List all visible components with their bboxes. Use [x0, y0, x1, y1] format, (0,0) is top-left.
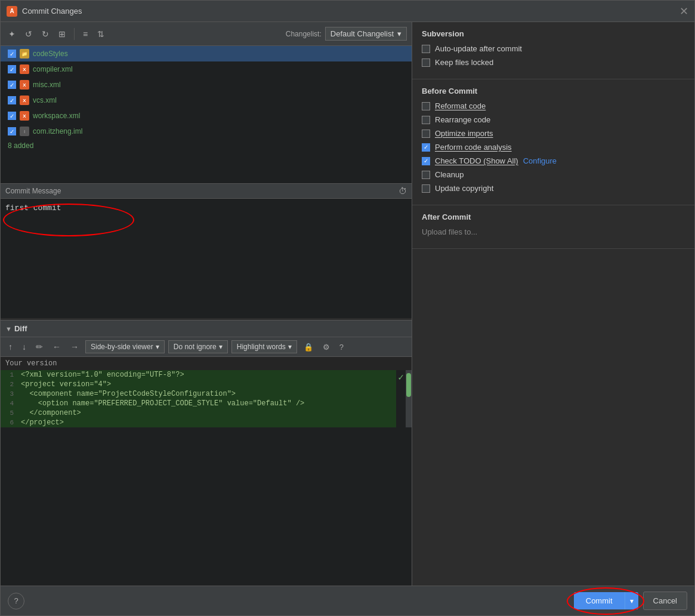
list-item[interactable]: X compiler.xml — [1, 61, 412, 77]
list-item[interactable]: X workspace.xml — [1, 108, 412, 124]
file-checkbox-5[interactable] — [8, 127, 16, 135]
highlight-dropdown[interactable]: Highlight words ▾ — [231, 340, 297, 353]
commit-button-group: Commit ▾ — [574, 592, 638, 609]
file-checkbox-0[interactable] — [8, 50, 16, 58]
changelist-value: Default Changelist — [330, 29, 394, 38]
perform-code-analysis-checkbox[interactable] — [422, 143, 430, 152]
commit-message-section: Commit Message ⏱ first commit — [1, 183, 412, 320]
keep-files-locked-checkbox[interactable] — [422, 58, 430, 67]
added-count-label: 8 added — [1, 139, 412, 152]
code-line: 1 <?xml version="1.0" encoding="UTF-8"?> — [1, 370, 396, 380]
help-diff-btn[interactable]: ? — [336, 341, 347, 353]
forward-btn[interactable]: → — [67, 340, 82, 353]
before-commit-section: Before Commit Reformat code Rearrange co… — [412, 79, 694, 205]
viewer-dropdown[interactable]: Side-by-side viewer ▾ — [85, 340, 165, 353]
commit-button[interactable]: Commit — [574, 592, 625, 609]
highlight-label: Highlight words — [237, 343, 286, 351]
line-content-4: <option name="PREFERRED_PROJECT_CODE_STY… — [18, 399, 304, 408]
settings-icon-btn[interactable]: ⚙ — [320, 341, 333, 353]
code-line: 4 <option name="PREFERRED_PROJECT_CODE_S… — [1, 399, 396, 408]
rearrange-code-row: Rearrange code — [422, 115, 685, 124]
check-todo-checkbox[interactable] — [422, 157, 430, 165]
reformat-code-row: Reformat code — [422, 101, 685, 110]
commit-message-header: Commit Message ⏱ — [1, 184, 412, 199]
diff-check-icon: ✓ — [398, 371, 404, 383]
scroll-down-btn[interactable]: ↓ — [19, 340, 29, 353]
line-content-5: </component> — [18, 409, 81, 417]
list-item[interactable]: X vcs.xml — [1, 93, 412, 108]
commit-btn-wrapper: Commit ▾ — [574, 592, 638, 609]
line-num-3: 3 — [1, 390, 18, 398]
edit-btn[interactable]: ✏ — [33, 340, 46, 353]
group-button[interactable]: ⊞ — [55, 27, 69, 41]
lock-icon-btn[interactable]: 🔒 — [301, 341, 316, 353]
cleanup-label: Cleanup — [435, 170, 464, 179]
xml-icon: X — [20, 80, 29, 90]
scroll-up-btn[interactable]: ↑ — [5, 340, 16, 353]
list-item[interactable]: X misc.xml — [1, 77, 412, 93]
keep-files-locked-row: Keep files locked — [422, 58, 685, 67]
expand-all-button[interactable]: ⇅ — [94, 27, 107, 41]
code-lines-container: 1 <?xml version="1.0" encoding="UTF-8"?>… — [1, 370, 396, 427]
diff-code-area: 1 <?xml version="1.0" encoding="UTF-8"?>… — [1, 370, 412, 427]
add-button[interactable]: ✦ — [5, 27, 18, 41]
help-button[interactable]: ? — [8, 593, 24, 609]
reformat-code-checkbox[interactable] — [422, 102, 430, 110]
cancel-button[interactable]: Cancel — [643, 592, 687, 610]
file-checkbox-4[interactable] — [8, 112, 16, 120]
file-name-0: codeStyles — [33, 50, 68, 58]
files-toolbar: ✦ ↺ ↻ ⊞ ≡ ⇅ Changelist: Default Changeli… — [1, 22, 412, 46]
folder-icon: 📁 — [20, 49, 29, 58]
commit-message-input[interactable]: first commit — [1, 199, 412, 318]
commit-changes-dialog: A Commit Changes ✕ ✦ ↺ ↻ ⊞ ≡ ⇅ Changelis… — [0, 0, 695, 616]
commit-message-container: first commit — [1, 199, 412, 320]
ignore-chevron-icon: ▾ — [219, 343, 223, 351]
file-name-5: com.itzheng.iml — [33, 127, 82, 135]
file-checkbox-3[interactable] — [8, 96, 16, 104]
line-num-2: 2 — [1, 380, 18, 388]
before-commit-title: Before Commit — [422, 87, 685, 96]
line-content-3: <component name="ProjectCodeStyleConfigu… — [18, 390, 236, 398]
optimize-imports-checkbox[interactable] — [422, 130, 430, 138]
redo-button[interactable]: ↻ — [39, 27, 52, 41]
check-todo-label: Check TODO (Show All) — [435, 156, 518, 165]
xml-icon: X — [20, 64, 29, 74]
rearrange-code-checkbox[interactable] — [422, 116, 430, 124]
list-item[interactable]: I com.itzheng.iml — [1, 124, 412, 139]
changelist-dropdown[interactable]: Default Changelist ▾ — [325, 27, 407, 41]
subversion-title: Subversion — [422, 29, 685, 38]
upload-files-label: Upload files to... — [422, 227, 477, 236]
auto-update-label: Auto-update after commit — [435, 44, 522, 53]
line-num-5: 5 — [1, 409, 18, 417]
update-copyright-checkbox[interactable] — [422, 184, 430, 193]
ignore-dropdown[interactable]: Do not ignore ▾ — [168, 340, 228, 353]
auto-update-checkbox[interactable] — [422, 45, 430, 53]
back-btn[interactable]: ← — [50, 340, 64, 353]
file-checkbox-1[interactable] — [8, 65, 16, 73]
file-checkbox-2[interactable] — [8, 81, 16, 89]
commit-dropdown-button[interactable]: ▾ — [625, 592, 638, 609]
collapse-all-button[interactable]: ≡ — [80, 27, 91, 41]
xml-icon: X — [20, 111, 29, 121]
list-item[interactable]: 📁 codeStyles — [1, 46, 412, 61]
update-copyright-label: Update copyright — [435, 184, 493, 193]
auto-update-row: Auto-update after commit — [422, 44, 685, 53]
file-name-1: compiler.xml — [33, 65, 73, 73]
undo-button[interactable]: ↺ — [22, 27, 35, 41]
configure-link[interactable]: Configure — [523, 156, 557, 165]
close-button[interactable]: ✕ — [679, 6, 688, 17]
cleanup-checkbox[interactable] — [422, 171, 430, 179]
after-commit-section: After Commit Upload files to... — [412, 205, 694, 249]
perform-code-analysis-row: Perform code analysis — [422, 143, 685, 152]
scrollbar-thumb — [406, 373, 411, 397]
line-content-2: <project version="4"> — [18, 380, 111, 389]
viewer-label: Side-by-side viewer — [91, 343, 153, 351]
commit-message-label: Commit Message — [5, 187, 61, 195]
diff-scrollbar[interactable] — [406, 370, 412, 427]
diff-section: ▼ Diff ↑ ↓ ✏ ← → Side-by-side viewer ▾ D… — [1, 320, 412, 586]
diff-gutter: ✓ — [396, 370, 406, 427]
separator-1 — [74, 28, 75, 40]
update-copyright-row: Update copyright — [422, 184, 685, 193]
diff-toggle-icon[interactable]: ▼ — [5, 325, 12, 332]
check-todo-row: Check TODO (Show All) Configure — [422, 156, 685, 165]
